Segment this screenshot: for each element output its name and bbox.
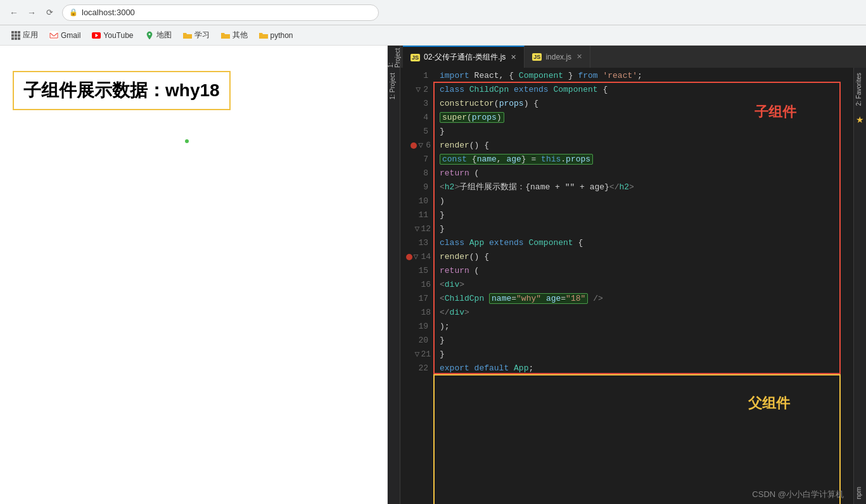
parent-component-box (433, 374, 841, 504)
browser-nav: ← → ⟳ 🔒 localhost:3000 (0, 0, 866, 25)
code-line-10: ) (440, 194, 847, 208)
code-line-20: } (440, 334, 847, 348)
svg-rect-7 (15, 37, 17, 40)
python-label: python (271, 31, 293, 40)
watermark: CSDN @小小白学计算机 (752, 489, 844, 500)
gutter-line-20: 20 (400, 334, 433, 348)
code-line-11: } (440, 208, 847, 222)
side-panel-left: 1: Project (388, 68, 400, 504)
ln-15: 15 (418, 264, 428, 278)
youtube-label: YouTube (103, 31, 133, 40)
code-line-19: ); (440, 320, 847, 334)
code-line-18: </div> (440, 306, 847, 320)
ln-9: 9 (423, 180, 428, 194)
const-highlight: const {name, age} = this.props (440, 154, 593, 165)
bookmark-gmail[interactable]: Gmail (44, 29, 86, 42)
preview-content: 子组件展示数据：why18 (0, 46, 387, 129)
side-label-npm[interactable]: npm (854, 482, 866, 504)
code-line-2: class ChildCpn extends Component { (440, 83, 847, 97)
display-box: 子组件展示数据：why18 (13, 71, 231, 110)
main-area: 子组件展示数据：why18 1: Project JS 02-父传子通信-类组件… (0, 46, 866, 504)
gmail-label: Gmail (61, 31, 80, 40)
parent-label: 父组件 (748, 394, 790, 413)
gutter-line-14: ▽14 (400, 250, 433, 264)
code-line-6: render() { (440, 139, 847, 153)
code-line-14: render() { (440, 250, 847, 264)
breakpoint-6 (411, 142, 417, 149)
editor-tabs-bar: 1: Project JS 02-父传子通信-类组件.js ✕ JS index… (388, 46, 866, 68)
code-line-17: <ChildCpn name="why" age="18" /> (440, 292, 847, 306)
svg-rect-9 (49, 31, 58, 40)
gutter-line-16: 16 (400, 278, 433, 292)
breakpoint-14 (406, 254, 412, 260)
code-line-1: import React, { Component } from 'react'… (440, 69, 847, 83)
code-line-22: export default App; (440, 362, 847, 375)
ln-10: 10 (418, 194, 428, 208)
reload-button[interactable]: ⟳ (42, 5, 57, 20)
tab-main-file[interactable]: JS 02-父传子通信-类组件.js ✕ (403, 46, 525, 68)
folder-study-icon (183, 31, 192, 40)
gutter-line-2: ▽2 (400, 83, 433, 97)
ln-14-num: 14 (421, 250, 431, 264)
status-dot (185, 139, 189, 143)
ln-12: 12 (421, 222, 431, 236)
gutter-line-17: 17 (400, 292, 433, 306)
ln-6-num: 6 (426, 139, 431, 153)
star-icon: ★ (856, 115, 864, 125)
close-tab-1[interactable]: ✕ (511, 53, 516, 61)
address-bar[interactable]: 🔒 localhost:3000 (62, 4, 379, 21)
ln-3: 3 (423, 97, 428, 111)
gutter-line-5: 5 (400, 125, 433, 139)
svg-rect-4 (15, 34, 17, 37)
code-viewport: 子组件 父组件 CSDN @小小白学计算机 import React, { Co… (433, 68, 853, 504)
code-line-21: } (440, 348, 847, 362)
gutter-line-1: 1 (400, 69, 433, 83)
other-label: 其他 (232, 30, 248, 41)
lock-icon: 🔒 (69, 8, 78, 16)
ln-22: 22 (418, 362, 428, 375)
svg-rect-0 (11, 31, 14, 34)
code-line-13: class App extends Component { (440, 236, 847, 250)
tab-index-file[interactable]: JS index.js ✕ (525, 46, 590, 68)
side-label-project[interactable]: 1: Project (388, 68, 400, 104)
favorites-star[interactable]: ★ (854, 111, 866, 129)
bookmark-python[interactable]: python (254, 29, 298, 42)
bookmark-maps[interactable]: 地图 (140, 28, 177, 42)
super-highlight: super(props) (440, 112, 504, 123)
ln-5: 5 (423, 125, 428, 139)
display-text: 子组件展示数据：why18 (23, 80, 220, 100)
gutter-line-19: 19 (400, 320, 433, 334)
close-tab-2[interactable]: ✕ (576, 53, 582, 61)
editor-body: 1: Project 1 ▽2 3 4 5 ▽6 7 8 9 10 11 ▽1 (388, 68, 866, 504)
side-label-favorites[interactable]: 2: Favorites (854, 68, 866, 111)
study-label: 学习 (194, 30, 210, 41)
gutter-line-15: 15 (400, 264, 433, 278)
gutter-line-22: 22 (400, 362, 433, 375)
code-line-12: } (440, 222, 847, 236)
ln-4: 4 (423, 111, 428, 125)
svg-point-12 (148, 33, 150, 35)
bookmark-apps[interactable]: 应用 (6, 28, 43, 42)
apps-label: 应用 (23, 30, 38, 41)
code-line-3: constructor(props) { (440, 97, 847, 111)
ln-20: 20 (418, 334, 428, 348)
ln-17: 17 (418, 292, 428, 306)
back-button[interactable]: ← (6, 5, 22, 20)
js-badge-1: JS (411, 54, 420, 61)
project-label: 1: Project (388, 46, 401, 68)
ln-13: 13 (418, 236, 428, 250)
svg-rect-5 (18, 34, 20, 37)
bookmark-youtube[interactable]: YouTube (87, 29, 138, 42)
bookmark-study[interactable]: 学习 (178, 28, 215, 42)
code-line-7: const {name, age} = this.props (440, 153, 847, 167)
maps-icon (145, 31, 154, 40)
project-panel-icon[interactable]: 1: Project (388, 46, 400, 68)
tab-index-label: index.js (545, 53, 571, 61)
gutter-line-6: ▽6 (400, 139, 433, 153)
bookmark-other[interactable]: 其他 (216, 28, 253, 42)
gutter: 1 ▽2 3 4 5 ▽6 7 8 9 10 11 ▽12 13 (400, 68, 433, 504)
ln-16: 16 (421, 278, 431, 292)
gutter-line-10: 10 (400, 194, 433, 208)
ln-21: 21 (421, 348, 431, 362)
forward-button[interactable]: → (24, 5, 39, 20)
